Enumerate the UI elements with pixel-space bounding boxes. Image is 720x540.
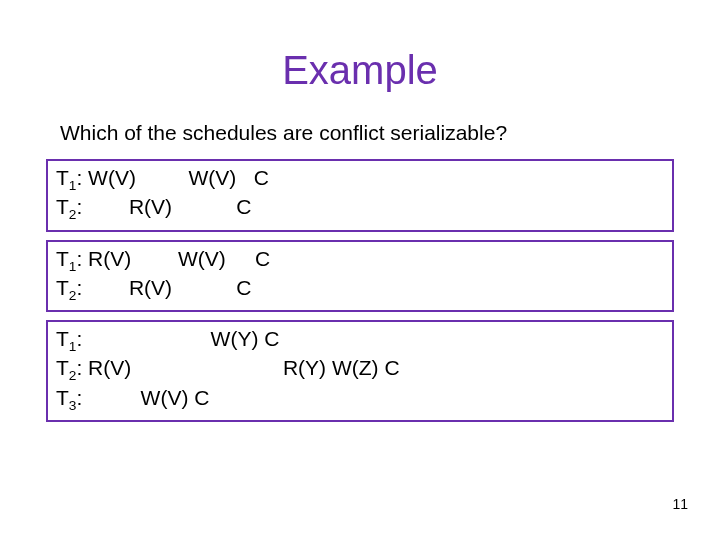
schedule-box: T1: W(V) W(V) CT2: R(V) C	[46, 159, 674, 232]
page-number: 11	[672, 496, 688, 512]
page-title: Example	[0, 0, 720, 121]
schedule-line: T1: R(V) W(V) C	[56, 246, 664, 275]
schedule-line: T1: W(Y) C	[56, 326, 664, 355]
schedule-line: T3: W(V) C	[56, 385, 664, 414]
question-text: Which of the schedules are conflict seri…	[60, 121, 660, 145]
schedule-boxes-container: T1: W(V) W(V) CT2: R(V) CT1: R(V) W(V) C…	[0, 159, 720, 422]
schedule-line: T2: R(V) C	[56, 275, 664, 304]
schedule-box: T1: R(V) W(V) CT2: R(V) C	[46, 240, 674, 313]
schedule-line: T2: R(V) R(Y) W(Z) C	[56, 355, 664, 384]
schedule-line: T1: W(V) W(V) C	[56, 165, 664, 194]
schedule-box: T1: W(Y) CT2: R(V) R(Y) W(Z) CT3: W(V) C	[46, 320, 674, 422]
schedule-line: T2: R(V) C	[56, 194, 664, 223]
